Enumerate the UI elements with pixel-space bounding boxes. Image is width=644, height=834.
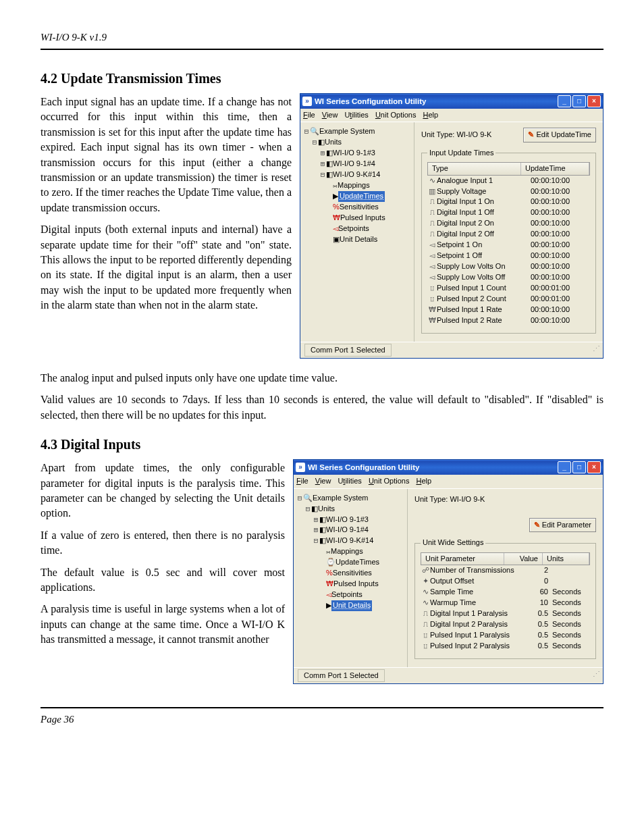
edit-parameter-button[interactable]: ✎Edit Parameter <box>529 518 596 532</box>
tree-pulsed[interactable]: Pulsed Inputs <box>333 579 379 590</box>
list-item[interactable]: ✦Output Offset0 <box>421 576 590 587</box>
para-4-2-3: The analog input and pulsed inputs only … <box>41 371 603 386</box>
menu-unit-options[interactable]: Unit Options <box>375 110 417 120</box>
row-units: Seconds <box>552 630 590 641</box>
row-time: 00:00:10:00 <box>531 251 590 261</box>
list-item[interactable]: ∿Sample Time60Seconds <box>421 587 590 598</box>
tree-setpoints[interactable]: Setpoints <box>331 590 363 600</box>
row-name: Digital Input 1 Off <box>437 207 531 218</box>
tree-units[interactable]: Units <box>318 504 335 515</box>
row-time: 00:00:10:00 <box>531 261 590 272</box>
list-item[interactable]: ▥Supply Voltage00:00:10:00 <box>427 186 590 197</box>
col-type[interactable]: Type <box>428 163 521 174</box>
tree-sensitivities[interactable]: Sensitivities <box>340 202 379 213</box>
menu-utilities[interactable]: Utilities <box>338 476 361 486</box>
resize-grip-icon[interactable]: ⋰ <box>593 669 599 682</box>
col-parameter[interactable]: Unit Parameter <box>421 553 504 565</box>
list-item[interactable]: ⎍Digital Input 2 Off00:00:10:00 <box>427 229 590 240</box>
list-item[interactable]: ☍Number of Transmissions2 <box>421 565 590 576</box>
row-icon: ⨿ <box>421 641 430 652</box>
tree-unitdetails[interactable]: Unit Details <box>340 234 377 245</box>
tree-mappings[interactable]: Mappings <box>338 180 370 191</box>
maximize-button[interactable]: □ <box>572 95 586 107</box>
tree-unit-14[interactable]: WI-I/O 9-K#14 <box>333 170 380 180</box>
window-titlebar: » WI Series Configuration Utility _ □ × <box>294 460 603 475</box>
list-item[interactable]: ₩Pulsed Input 1 Rate00:00:10:00 <box>427 305 590 315</box>
tree-unitdetails[interactable]: Unit Details <box>331 600 372 611</box>
tree-mappings[interactable]: Mappings <box>331 546 363 557</box>
minimize-button[interactable]: _ <box>558 95 571 107</box>
menu-view[interactable]: View <box>322 110 338 120</box>
tree-unit-4[interactable]: WI-I/O 9-1#4 <box>326 525 369 536</box>
tree-setpoints[interactable]: Setpoints <box>338 224 369 234</box>
col-value[interactable]: Value <box>504 553 543 565</box>
menubar: File View Utilities Unit Options Help <box>294 475 603 488</box>
tree-unit-3[interactable]: WI-I/O 9-1#3 <box>326 515 369 525</box>
list-item[interactable]: ◅Setpoint 1 On00:00:10:00 <box>427 240 590 251</box>
menu-view[interactable]: View <box>315 476 331 486</box>
list-item[interactable]: ◅Supply Low Volts Off00:00:10:00 <box>427 272 590 283</box>
minimize-button[interactable]: _ <box>558 461 571 473</box>
edit-updatetime-button[interactable]: ✎Edit UpdateTime <box>523 128 596 142</box>
tree-unit-3[interactable]: WI-I/O 9-1#3 <box>333 148 375 159</box>
menu-file[interactable]: File <box>296 476 308 486</box>
screenshot-update-times: » WI Series Configuration Utility _ □ × … <box>300 93 603 359</box>
col-updatetime[interactable]: UpdateTime <box>521 163 589 174</box>
tree-root[interactable]: Example System <box>313 493 369 504</box>
row-name: Digital Input 1 On <box>437 197 531 207</box>
resize-grip-icon[interactable]: ⋰ <box>593 344 599 357</box>
unit-wide-settings-group: Unit Wide Settings Unit Parameter Value … <box>414 538 596 658</box>
row-time: 00:00:10:00 <box>531 207 590 218</box>
list-item[interactable]: ₩Pulsed Input 2 Rate00:00:10:00 <box>427 315 590 326</box>
tree-root[interactable]: Example System <box>319 126 375 137</box>
menu-help[interactable]: Help <box>423 110 438 120</box>
list-item[interactable]: ⨿Pulsed Input 2 Paralysis0.5Seconds <box>421 641 590 652</box>
list-item[interactable]: ∿Analogue Input 100:00:10:00 <box>427 176 590 186</box>
row-name: Pulsed Input 2 Rate <box>437 315 531 326</box>
group-legend: Input Update Times <box>427 148 495 158</box>
status-text: Comm Port 1 Selected <box>298 669 385 682</box>
close-button[interactable]: × <box>587 461 601 473</box>
list-item[interactable]: ⎍Digital Input 2 On00:00:10:00 <box>427 218 590 229</box>
row-time: 00:00:10:00 <box>531 186 590 197</box>
row-value: 0.5 <box>518 641 552 652</box>
tree-updatetimes[interactable]: UpdateTimes <box>336 557 379 568</box>
menubar: File View Utilities Unit Options Help <box>300 109 603 122</box>
list-item[interactable]: ◅Supply Low Volts On00:00:10:00 <box>427 261 590 272</box>
menu-unit-options[interactable]: Unit Options <box>369 476 410 486</box>
para-4-2-4: Valid values are 10 seconds to 7days. If… <box>41 392 603 423</box>
list-item[interactable]: ⎍Digital Input 1 Paralysis0.5Seconds <box>421 608 590 619</box>
row-icon: ∿ <box>427 176 437 186</box>
list-item[interactable]: ⎍Digital Input 1 On00:00:10:00 <box>427 197 590 207</box>
tree-unit-4[interactable]: WI-I/O 9-1#4 <box>333 159 375 170</box>
list-item[interactable]: ◅Setpoint 1 Off00:00:10:00 <box>427 251 590 261</box>
list-item[interactable]: ∿Warmup Time10Seconds <box>421 598 590 608</box>
list-item[interactable]: ⎍Digital Input 1 Off00:00:10:00 <box>427 207 590 218</box>
menu-help[interactable]: Help <box>416 476 431 486</box>
tree-pulsed[interactable]: Pulsed Inputs <box>340 213 385 224</box>
list-item[interactable]: ⨿Pulsed Input 1 Paralysis0.5Seconds <box>421 630 590 641</box>
row-icon: ▥ <box>427 186 437 197</box>
list-item[interactable]: ⨿Pulsed Input 1 Count00:00:01:00 <box>427 283 590 294</box>
menu-utilities[interactable]: Utilities <box>344 110 368 120</box>
row-icon: ⎍ <box>427 197 437 207</box>
tree-updatetimes[interactable]: UpdateTimes <box>338 191 385 202</box>
row-value: 0.5 <box>518 630 552 641</box>
maximize-button[interactable]: □ <box>572 461 586 473</box>
list-item[interactable]: ⎍Digital Input 2 Paralysis0.5Seconds <box>421 619 590 630</box>
status-text: Comm Port 1 Selected <box>304 344 392 357</box>
unit-type-label: Unit Type: WI-I/O 9-K <box>421 130 491 140</box>
row-icon: ⨿ <box>421 630 430 641</box>
menu-file[interactable]: File <box>303 110 315 120</box>
row-icon: ₩ <box>427 305 437 315</box>
row-name: Pulsed Input 2 Count <box>437 294 531 305</box>
tree-sensitivities[interactable]: Sensitivities <box>333 568 372 579</box>
col-units[interactable]: Units <box>543 553 589 565</box>
row-time: 00:00:10:00 <box>531 218 590 229</box>
tree-units[interactable]: Units <box>325 137 342 148</box>
row-icon: ⨿ <box>427 294 437 305</box>
list-item[interactable]: ⨿Pulsed Input 2 Count00:00:01:00 <box>427 294 590 305</box>
close-button[interactable]: × <box>587 95 601 107</box>
tree-unit-14[interactable]: WI-I/O 9-K#14 <box>326 536 373 546</box>
row-name: Number of Transmissions <box>430 565 518 576</box>
